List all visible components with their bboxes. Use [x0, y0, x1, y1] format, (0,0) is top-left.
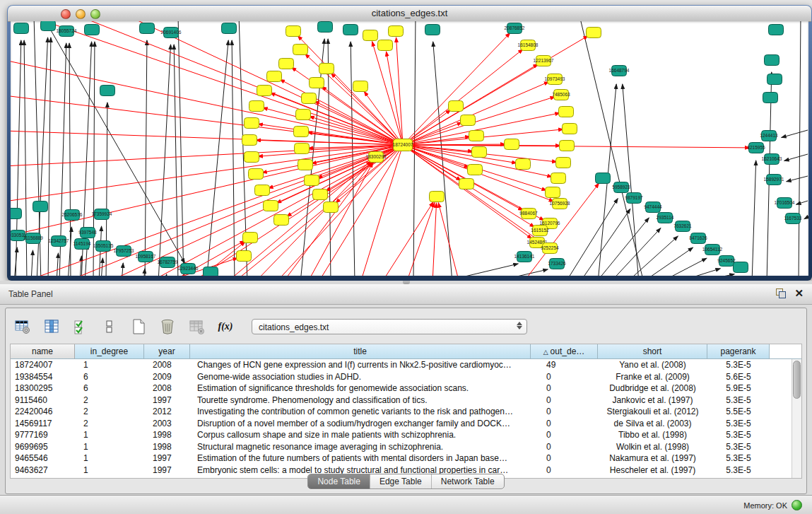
- citation-edge-black[interactable]: [93, 42, 95, 276]
- graph-node[interactable]: [505, 139, 519, 150]
- row-height-button[interactable]: [100, 317, 119, 337]
- citation-edge-red[interactable]: [406, 202, 435, 276]
- citation-edge-red[interactable]: [276, 145, 403, 276]
- table-row[interactable]: 1938455462009Genome-wide association stu…: [11, 371, 792, 383]
- scrollbar-thumb[interactable]: [793, 361, 801, 399]
- graph-node[interactable]: [389, 26, 404, 37]
- citation-edge-black[interactable]: [232, 40, 235, 276]
- graph-node[interactable]: [556, 158, 571, 168]
- citation-edge-black[interactable]: [610, 228, 661, 276]
- citation-edge-red[interactable]: [28, 21, 403, 145]
- citation-edge-black[interactable]: [796, 201, 808, 204]
- graph-node[interactable]: [430, 192, 445, 202]
- graph-node[interactable]: [596, 173, 611, 184]
- graph-node[interactable]: [264, 201, 278, 211]
- graph-node[interactable]: [255, 185, 270, 196]
- citation-edge-black[interactable]: [206, 40, 228, 276]
- graph-node[interactable]: [11, 209, 22, 219]
- citation-edge-red[interactable]: [263, 107, 403, 145]
- function-builder-button[interactable]: f(x): [216, 317, 235, 337]
- table-row[interactable]: 946554611997Estimation of the future num…: [11, 452, 792, 465]
- citation-edge-black[interactable]: [80, 256, 81, 276]
- graph-node[interactable]: [551, 173, 566, 184]
- column-visibility-button[interactable]: [42, 317, 61, 337]
- graph-node[interactable]: [245, 118, 259, 129]
- tab-network-table[interactable]: Network Table: [431, 474, 504, 489]
- graph-node[interactable]: [587, 28, 601, 38]
- network-canvas[interactable]: 1872400718055724206914062087685216154808…: [11, 21, 808, 276]
- tab-edge-table[interactable]: Edge Table: [370, 474, 431, 489]
- graph-node[interactable]: [296, 110, 311, 120]
- graph-node[interactable]: [363, 30, 378, 41]
- graph-node[interactable]: [313, 189, 328, 200]
- column-header-title[interactable]: title: [190, 344, 531, 359]
- float-panel-icon[interactable]: [776, 288, 786, 298]
- new-table-button[interactable]: [129, 317, 148, 337]
- column-header-year[interactable]: year: [144, 344, 190, 359]
- citation-edge-black[interactable]: [579, 21, 644, 276]
- table-row[interactable]: 911546021997Tourette syndrome. Phenomeno…: [11, 395, 792, 407]
- citation-edge-red[interactable]: [403, 144, 505, 145]
- citation-edge-black[interactable]: [300, 39, 324, 276]
- citation-edge-black[interactable]: [351, 42, 355, 276]
- graph-node[interactable]: [310, 78, 324, 88]
- table-row[interactable]: 1830029562008Estimation of significance …: [11, 382, 792, 395]
- graph-node[interactable]: [222, 23, 237, 34]
- graph-node[interactable]: [769, 25, 784, 35]
- graph-node[interactable]: [245, 152, 259, 163]
- citation-edge-black[interactable]: [42, 21, 185, 263]
- graph-node[interactable]: [100, 86, 115, 96]
- graph-node[interactable]: [33, 201, 48, 212]
- citation-edge-black[interactable]: [787, 176, 808, 182]
- graph-node[interactable]: [353, 81, 368, 92]
- citation-edge-red[interactable]: [11, 145, 403, 166]
- table-selector-dropdown[interactable]: citations_edges.txt: [252, 319, 527, 334]
- graph-node[interactable]: [469, 131, 484, 141]
- graph-node[interactable]: [319, 64, 334, 74]
- citation-edge-black[interactable]: [596, 218, 649, 276]
- graph-node[interactable]: [765, 55, 779, 66]
- citation-edge-black[interactable]: [178, 21, 184, 276]
- citation-edge-black[interactable]: [565, 199, 618, 276]
- graph-node[interactable]: [763, 93, 778, 103]
- table-row[interactable]: 2242004622012Investigating the contribut…: [11, 406, 792, 418]
- column-header-name[interactable]: name: [11, 344, 75, 359]
- graph-node[interactable]: [468, 165, 483, 175]
- graph-node[interactable]: [449, 101, 464, 112]
- tab-node-table[interactable]: Node Table: [308, 474, 370, 489]
- citation-edge-black[interactable]: [68, 227, 71, 276]
- table-row[interactable]: 977716911998Corpus callosum shape and si…: [11, 429, 792, 441]
- delete-table-button[interactable]: [158, 317, 177, 337]
- graph-node[interactable]: [767, 74, 782, 85]
- column-header-in_degree[interactable]: in_degree: [75, 344, 144, 359]
- graph-node[interactable]: [85, 25, 100, 35]
- citation-edge-black[interactable]: [799, 21, 801, 276]
- citation-edge-black[interactable]: [675, 269, 720, 276]
- graph-node[interactable]: [249, 101, 264, 112]
- graph-node[interactable]: [378, 40, 393, 51]
- row-selection-button[interactable]: [71, 317, 90, 337]
- citation-edge-black[interactable]: [174, 45, 178, 276]
- graph-node[interactable]: [425, 25, 440, 35]
- table-row[interactable]: 1456911722003Disruption of a novel membe…: [11, 418, 792, 430]
- citation-edge-red[interactable]: [326, 145, 403, 191]
- citation-edge-red[interactable]: [403, 145, 750, 148]
- graph-node[interactable]: [324, 202, 339, 213]
- citation-edge-black[interactable]: [57, 253, 58, 276]
- graph-node[interactable]: [546, 187, 560, 198]
- graph-node[interactable]: [243, 233, 258, 243]
- graph-node[interactable]: [293, 45, 308, 55]
- graph-node[interactable]: [279, 59, 294, 69]
- table-row[interactable]: 969969511998Structural magnetic resonanc…: [11, 441, 792, 453]
- graph-node[interactable]: [242, 135, 257, 146]
- citation-edge-red[interactable]: [433, 203, 437, 276]
- graph-node[interactable]: [472, 147, 487, 158]
- graph-node[interactable]: [14, 23, 29, 34]
- citation-edge-red[interactable]: [382, 202, 433, 276]
- citation-edge-red[interactable]: [396, 37, 403, 145]
- column-header-out_degree[interactable]: △out_de…: [531, 344, 598, 359]
- graph-node[interactable]: [318, 22, 333, 33]
- graph-node[interactable]: [267, 71, 282, 82]
- table-settings-button[interactable]: [13, 317, 33, 337]
- graph-node[interactable]: [140, 23, 155, 34]
